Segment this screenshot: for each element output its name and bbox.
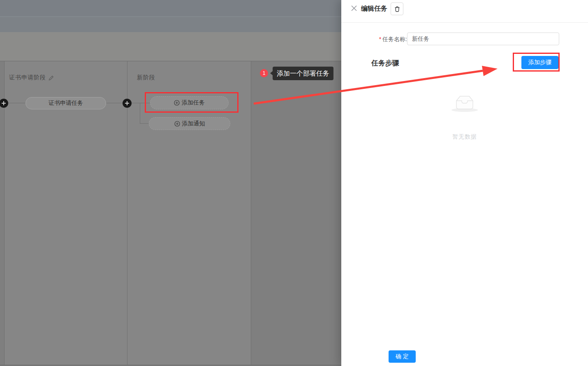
screen: 证书申请阶段 新阶段 证书申请任务 添加任务: [0, 0, 588, 366]
toolbar-bar-dimmed: [0, 32, 341, 61]
empty-state: 暂无数据: [436, 93, 493, 141]
task-pill-certificate[interactable]: 证书申请任务: [25, 97, 106, 109]
stage-title-1-label: 证书申请阶段: [9, 74, 46, 81]
sub-nav-bar-dimmed: [0, 16, 341, 32]
circle-plus-icon: [174, 121, 180, 127]
required-asterisk: *: [379, 36, 381, 42]
trash-icon: [394, 6, 400, 12]
guide-tooltip-text: 添加一个部署任务: [277, 70, 329, 77]
steps-section-title: 任务步骤: [371, 58, 399, 68]
connector-line: [140, 123, 149, 124]
stage-title-2-label: 新阶段: [137, 74, 155, 81]
confirm-button[interactable]: 确 定: [389, 350, 416, 363]
add-node-button-middle[interactable]: [123, 99, 132, 108]
add-notice-label: 添加通知: [182, 120, 205, 127]
guide-step-badge: 1: [260, 69, 268, 77]
guide-highlight-add-step: [513, 53, 560, 72]
connector-line: [140, 103, 140, 124]
task-name-label: *任务名称:: [374, 36, 407, 43]
drawer-header: 编辑任务: [341, 0, 588, 23]
pencil-icon[interactable]: [49, 75, 54, 81]
stage-title-1: 证书申请阶段: [9, 74, 54, 81]
task-pill-label: 证书申请任务: [49, 100, 83, 107]
delete-task-button[interactable]: [391, 2, 403, 15]
empty-text: 暂无数据: [436, 133, 493, 141]
task-name-input[interactable]: [407, 32, 559, 45]
empty-box-icon: [453, 93, 476, 111]
guide-highlight-add-task: [145, 92, 238, 113]
add-notice-button[interactable]: 添加通知: [149, 117, 230, 130]
drawer-title: 编辑任务: [361, 5, 387, 13]
top-nav-bar-dimmed: [0, 0, 341, 16]
guide-tooltip: 添加一个部署任务: [273, 67, 333, 80]
tooltip-arrow: [270, 71, 273, 75]
stage-title-2: 新阶段: [137, 74, 155, 81]
close-icon[interactable]: [351, 5, 358, 12]
